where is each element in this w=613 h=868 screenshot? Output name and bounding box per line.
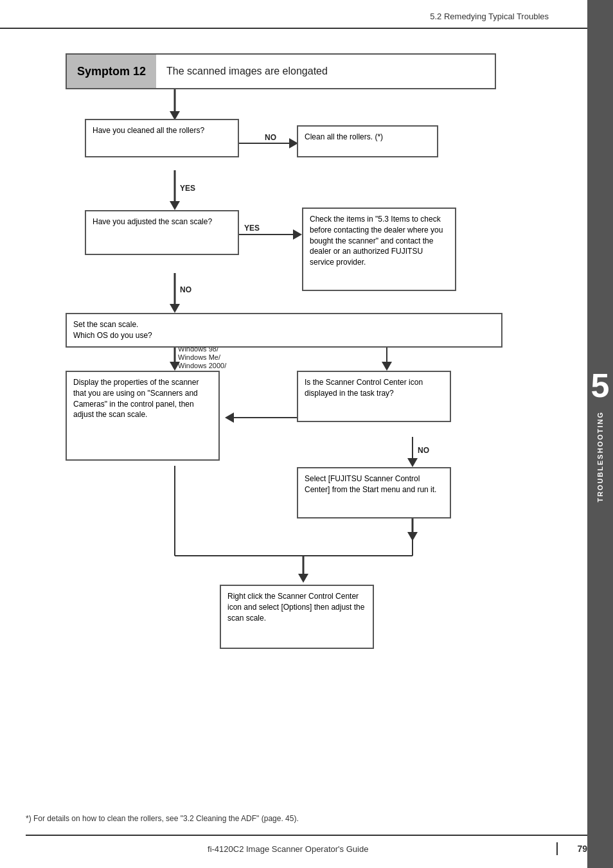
svg-marker-10 xyxy=(293,229,302,240)
page-header: 5.2 Remedying Typical Troubles xyxy=(0,0,587,29)
box-scanner-control: Is the Scanner Control Center icon displ… xyxy=(297,371,451,422)
box-adjusted-scale: Have you adjusted the scan scale? xyxy=(85,210,239,255)
svg-marker-6 xyxy=(170,201,180,210)
page-footer: fi-4120C2 Image Scanner Operator's Guide… xyxy=(26,835,587,855)
chapter-number: 5 xyxy=(591,366,610,405)
box-right-click: Right click the Scanner Control Center i… xyxy=(220,585,374,649)
svg-marker-27 xyxy=(225,412,234,423)
side-tab: 5 TROUBLESHOOTING xyxy=(587,0,613,868)
svg-text:YES: YES xyxy=(180,184,195,193)
svg-marker-38 xyxy=(298,574,308,583)
svg-marker-32 xyxy=(407,532,418,541)
svg-text:NO: NO xyxy=(418,446,429,455)
footer-divider xyxy=(556,842,558,855)
section-title: 5.2 Remedying Typical Troubles xyxy=(430,12,549,21)
footnote: *) For details on how to clean the rolle… xyxy=(26,814,299,823)
symptom-label: Symptom 12 xyxy=(67,55,156,88)
box-set-scale: Set the scan scale. Which OS do you use? xyxy=(66,313,502,348)
box-select-fujitsu: Select [FUJITSU Scanner Control Center] … xyxy=(297,467,451,518)
symptom-box: Symptom 12 The scanned images are elonga… xyxy=(66,53,496,89)
svg-text:NO: NO xyxy=(265,133,276,142)
svg-marker-15 xyxy=(170,362,180,371)
box-check-items: Check the items in "5.3 Items to check b… xyxy=(302,208,456,291)
svg-text:Windows 2000/: Windows 2000/ xyxy=(178,362,227,369)
svg-marker-30 xyxy=(407,458,418,467)
footer-page: 79 xyxy=(577,844,587,854)
svg-text:Windows Me/: Windows Me/ xyxy=(178,353,221,361)
svg-text:NO: NO xyxy=(180,285,191,294)
svg-marker-22 xyxy=(382,362,392,371)
box-cleaned-rollers: Have you cleaned all the rollers? xyxy=(85,119,239,157)
chapter-title: TROUBLESHOOTING xyxy=(596,411,604,502)
box-clean-rollers: Clean all the rollers. (*) xyxy=(297,125,438,157)
main-content: NO YES YES NO Windows 98/ Windows Me/ Wi… xyxy=(0,29,587,781)
symptom-text: The scanned images are elongated xyxy=(156,59,338,84)
flowchart: NO YES YES NO Windows 98/ Windows Me/ Wi… xyxy=(27,48,554,768)
box-display-properties: Display the properties of the scanner th… xyxy=(66,371,220,461)
svg-marker-12 xyxy=(170,304,180,313)
footer-text: fi-4120C2 Image Scanner Operator's Guide xyxy=(26,844,550,854)
svg-text:YES: YES xyxy=(244,224,260,233)
